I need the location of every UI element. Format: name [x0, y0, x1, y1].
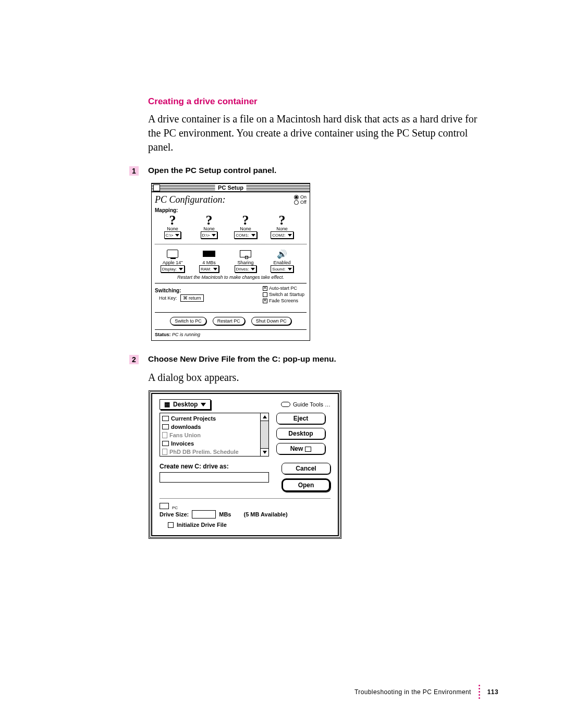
- switch-to-pc-button[interactable]: Switch to PC: [170, 317, 206, 325]
- question-icon: ?: [231, 214, 260, 226]
- pc-setup-window: PC Setup PC Configuration: On Off Mappin…: [151, 183, 310, 341]
- display-popup-text: Display:: [162, 267, 177, 272]
- map-c-label: None: [158, 226, 187, 231]
- sound-popup[interactable]: Sound:: [271, 265, 293, 273]
- initialize-label: Initialize Drive File: [177, 522, 227, 528]
- sound-label: Enabled: [267, 260, 297, 265]
- network-icon: [240, 250, 251, 257]
- radio-off-label: Off: [300, 200, 307, 205]
- scroll-up-button[interactable]: [261, 413, 268, 421]
- list-item[interactable]: downloads: [162, 423, 258, 431]
- shutdown-pc-button[interactable]: Shut Down PC: [251, 317, 291, 325]
- desktop-icon: ▦: [164, 401, 170, 408]
- file-name: Fans Union: [169, 432, 201, 438]
- setting-sharing: Sharing Drives:: [231, 249, 260, 273]
- list-item[interactable]: Current Projects: [162, 414, 258, 423]
- map-d-label: None: [194, 226, 224, 231]
- d-popup-text: D:\>: [202, 233, 210, 238]
- drives-popup[interactable]: Drives:: [235, 265, 257, 273]
- list-item[interactable]: Invoices: [162, 439, 258, 448]
- chip-icon: [203, 251, 215, 257]
- hotkey-value[interactable]: ⌘ return: [180, 294, 204, 302]
- restart-note: Restart the Macintosh to make changes ta…: [155, 275, 307, 280]
- map-com2-label: None: [267, 226, 297, 231]
- desktop-button[interactable]: Desktop: [276, 428, 325, 439]
- d-drive-popup[interactable]: D:\>: [201, 231, 218, 239]
- step-1: 1 Open the PC Setup control panel.: [129, 166, 480, 176]
- display-popup[interactable]: Display:: [161, 265, 185, 273]
- com2-popup[interactable]: COM2:: [271, 231, 293, 239]
- question-icon: ?: [267, 214, 297, 226]
- status-value: PC is running: [172, 332, 200, 337]
- file-list[interactable]: Current Projects downloads Fans Union In…: [160, 413, 269, 456]
- restart-pc-button[interactable]: Restart PC: [213, 317, 245, 325]
- document-icon: [162, 432, 167, 438]
- setting-ram: 4 MBs RAM:: [194, 249, 224, 273]
- c-drive-popup[interactable]: C:\>: [164, 231, 181, 239]
- disk-icon: [281, 402, 290, 407]
- drive-size-label: Drive Size:: [160, 511, 189, 517]
- arrow-down-icon: [263, 451, 267, 454]
- folder-icon: [162, 424, 169, 429]
- file-name: PhD DB Prelim. Schedule: [169, 449, 239, 455]
- chevron-down-icon: [213, 268, 217, 270]
- file-name: Current Projects: [171, 415, 216, 422]
- file-name: Invoices: [171, 440, 194, 447]
- folder-popup[interactable]: ▦ Desktop: [160, 399, 211, 410]
- scrollbar[interactable]: [260, 413, 268, 456]
- chk-fade[interactable]: ✕Fade Screens: [263, 298, 304, 303]
- chevron-down-icon: [175, 234, 179, 237]
- dialog-appears-text: A dialog box appears.: [148, 372, 480, 384]
- page-footer: Troubleshooting in the PC Environment 11…: [354, 685, 498, 699]
- chk-autostart-label: Auto-start PC: [269, 286, 297, 291]
- map-slot-d: ? None D:\>: [194, 214, 224, 239]
- radio-off-icon: [294, 200, 299, 205]
- chk-switch-startup[interactable]: Switch at Startup: [263, 292, 304, 297]
- checkbox-icon: ✕: [263, 286, 267, 291]
- window-title: PC Setup: [215, 184, 247, 191]
- sharing-label: Sharing: [231, 260, 260, 265]
- intro-paragraph: A drive container is a file on a Macinto…: [148, 112, 480, 154]
- folder-popup-label: Desktop: [173, 401, 198, 408]
- scroll-down-button[interactable]: [261, 448, 268, 456]
- scroll-track[interactable]: [261, 421, 268, 448]
- page-number: 113: [487, 688, 498, 696]
- divider: [155, 244, 307, 244]
- step-2-number: 2: [129, 355, 139, 364]
- status-label: Status:: [155, 332, 171, 337]
- chevron-down-icon: [179, 268, 183, 270]
- ram-popup-text: RAM:: [201, 267, 211, 272]
- available-label: (5 MB Available): [243, 511, 287, 517]
- close-box[interactable]: [153, 184, 160, 191]
- radio-off[interactable]: Off: [294, 200, 307, 205]
- new-folder-icon: [305, 447, 311, 452]
- disk-indicator: Guide Tools …: [281, 401, 331, 408]
- folder-icon: [162, 416, 169, 421]
- chevron-down-icon: [288, 234, 292, 237]
- checkbox-icon: [168, 522, 174, 528]
- step-1-text: Open the PC Setup control panel.: [148, 166, 276, 175]
- new-button-label: New: [290, 445, 303, 452]
- question-icon: ?: [194, 214, 224, 226]
- drive-size-input[interactable]: [192, 510, 216, 519]
- chk-autostart[interactable]: ✕Auto-start PC: [263, 286, 304, 291]
- filename-input[interactable]: [160, 472, 269, 483]
- com1-popup-text: COM1:: [236, 233, 249, 238]
- file-name: downloads: [171, 424, 201, 430]
- new-folder-button[interactable]: New: [276, 443, 325, 454]
- display-label: Apple 14": [158, 260, 187, 265]
- sound-popup-text: Sound:: [272, 267, 285, 272]
- monitor-icon: [167, 250, 178, 258]
- pc-icon-label: PC: [172, 505, 178, 510]
- step-2-text: Choose New Drive File from the C: pop-up…: [148, 354, 336, 364]
- com1-popup[interactable]: COM1:: [234, 231, 256, 239]
- list-item: Fans Union: [162, 431, 258, 439]
- initialize-checkbox[interactable]: Initialize Drive File: [168, 522, 331, 528]
- open-button[interactable]: Open: [282, 478, 331, 492]
- arrow-up-icon: [263, 415, 267, 418]
- eject-button[interactable]: Eject: [276, 413, 325, 424]
- c-popup-text: C:\>: [166, 233, 174, 238]
- cancel-button[interactable]: Cancel: [282, 463, 331, 474]
- checkbox-icon: [263, 292, 267, 297]
- ram-popup[interactable]: RAM:: [199, 265, 219, 273]
